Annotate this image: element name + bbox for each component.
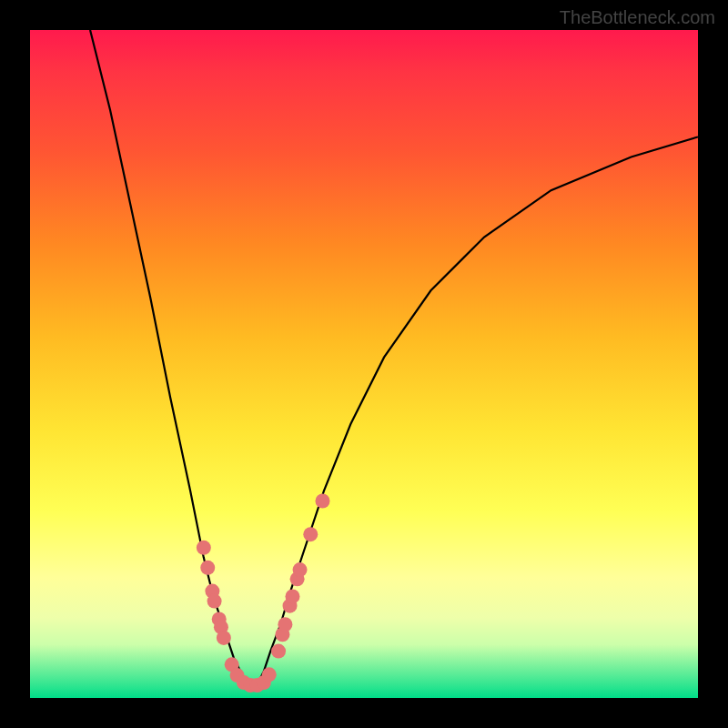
data-marker <box>271 644 286 659</box>
data-marker <box>197 541 211 555</box>
data-marker <box>237 675 251 690</box>
data-marker <box>212 612 227 626</box>
data-marker <box>205 584 219 599</box>
curve-left-curve <box>90 30 247 684</box>
data-marker <box>214 620 228 634</box>
data-marker <box>200 561 215 575</box>
data-marker <box>293 562 308 577</box>
data-marker <box>243 678 258 693</box>
data-marker <box>315 493 329 508</box>
data-marker <box>250 678 265 693</box>
data-marker <box>283 599 298 613</box>
chart-frame: TheBottleneck.com <box>0 0 728 728</box>
data-marker <box>262 667 277 682</box>
watermark-text: TheBottleneck.com <box>560 7 715 28</box>
data-marker <box>275 627 289 642</box>
data-marker <box>257 675 271 690</box>
data-marker <box>303 527 318 541</box>
data-marker <box>225 657 239 672</box>
data-marker <box>207 594 222 609</box>
data-marker <box>278 617 292 632</box>
curve-markers <box>197 493 330 693</box>
data-marker <box>217 631 231 645</box>
data-marker <box>290 571 305 586</box>
chart-svg <box>30 30 698 698</box>
data-marker <box>230 668 245 682</box>
curve-right-curve <box>258 136 698 684</box>
curve-lines <box>90 30 698 684</box>
data-marker <box>285 589 299 603</box>
plot-area <box>30 30 698 698</box>
